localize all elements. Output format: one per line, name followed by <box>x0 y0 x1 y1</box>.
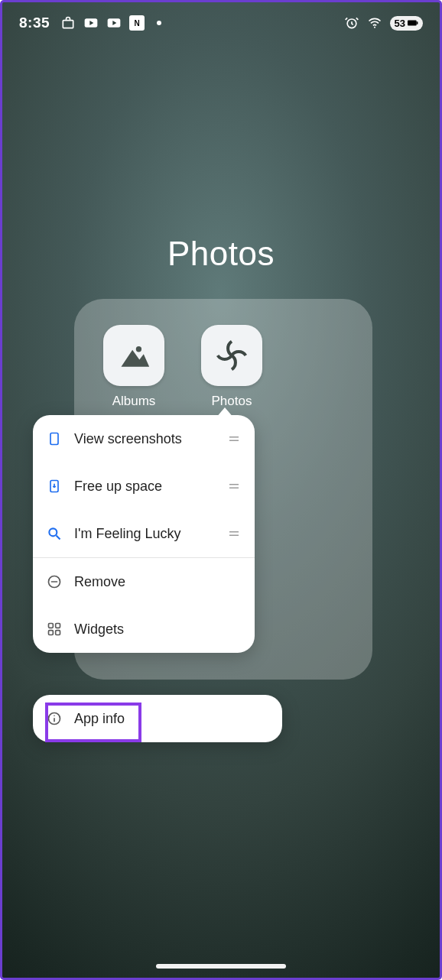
menu-label: App info <box>74 711 125 727</box>
menu-widgets[interactable]: Widgets <box>33 605 255 653</box>
svg-point-14 <box>49 528 57 536</box>
svg-rect-8 <box>50 433 58 445</box>
app-label-albums: Albums <box>112 394 156 409</box>
youtube-icon <box>83 15 99 31</box>
menu-label: View screenshots <box>74 431 215 447</box>
svg-point-7 <box>136 346 141 352</box>
svg-line-15 <box>57 536 60 540</box>
battery-indicator: 53 <box>390 16 423 31</box>
app-context-menu: View screenshots Free up space I'm Feeli… <box>33 415 255 653</box>
menu-view-screenshots[interactable]: View screenshots <box>33 415 255 462</box>
menu-pointer <box>216 407 234 418</box>
menu-label: Remove <box>74 574 241 590</box>
screenshot-icon <box>47 431 62 446</box>
battery-percent: 53 <box>395 18 405 29</box>
menu-label: Free up space <box>74 479 215 495</box>
albums-icon <box>103 325 164 386</box>
more-icon <box>157 21 161 25</box>
store-icon <box>60 15 76 31</box>
menu-free-up-space[interactable]: Free up space <box>33 462 255 510</box>
photos-icon <box>201 325 262 386</box>
menu-label: Widgets <box>74 621 241 638</box>
svg-point-26 <box>54 715 55 716</box>
svg-rect-21 <box>56 624 60 628</box>
svg-rect-20 <box>49 624 54 628</box>
info-icon <box>47 711 62 726</box>
menu-label: I'm Feeling Lucky <box>74 526 215 542</box>
free-space-icon <box>47 479 62 494</box>
remove-icon <box>47 574 62 589</box>
app-photos[interactable]: Photos <box>201 325 262 409</box>
clock: 8:35 <box>19 15 50 31</box>
drag-handle-icon[interactable] <box>227 432 241 446</box>
drag-handle-icon[interactable] <box>227 527 241 540</box>
status-bar: 8:35 N 53 <box>2 2 440 44</box>
widgets-icon <box>47 621 62 637</box>
search-icon <box>47 526 62 541</box>
svg-point-4 <box>374 27 375 28</box>
svg-rect-22 <box>49 631 54 635</box>
menu-app-info[interactable]: App info <box>33 695 282 742</box>
alarm-icon <box>344 15 359 31</box>
folder-title: Photos <box>2 235 440 273</box>
youtube-icon-2 <box>106 15 122 31</box>
app-label-photos: Photos <box>212 394 252 409</box>
drag-handle-icon[interactable] <box>227 479 241 493</box>
menu-feeling-lucky[interactable]: I'm Feeling Lucky <box>33 510 255 557</box>
menu-remove[interactable]: Remove <box>33 558 255 605</box>
home-gesture-bar[interactable] <box>156 964 286 969</box>
svg-rect-6 <box>417 21 418 24</box>
signal-app-icon: N <box>129 15 145 31</box>
app-albums[interactable]: Albums <box>103 325 164 409</box>
wifi-icon <box>367 15 382 31</box>
svg-rect-5 <box>408 21 417 26</box>
svg-rect-0 <box>63 21 73 28</box>
svg-rect-23 <box>56 631 60 635</box>
